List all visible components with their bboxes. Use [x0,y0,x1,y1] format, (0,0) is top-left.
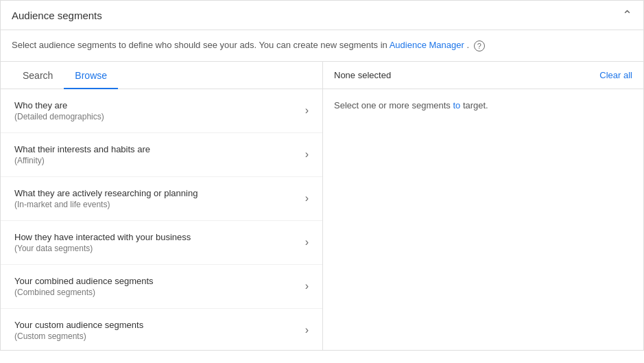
category-name-researching: What they are actively researching or pl… [14,188,198,198]
category-name-interests: What their interests and habits are [14,144,150,154]
tab-browse[interactable]: Browse [64,62,118,89]
none-selected-label: None selected [334,70,391,80]
tabs-bar: Search Browse [1,62,322,89]
right-body: Select one or more segments to target. [323,89,643,350]
chevron-right-icon-4: › [305,280,309,292]
chevron-right-icon-1: › [305,148,309,161]
description-bar: Select audience segments to define who s… [1,30,643,62]
right-header: None selected Clear all [323,62,643,89]
category-item-interests[interactable]: What their interests and habits are (Aff… [1,133,322,177]
audience-segments-panel: Audience segments ⌃ Select audience segm… [0,0,644,351]
right-panel: None selected Clear all Select one or mo… [323,62,643,350]
prompt-text-after: target. [460,100,488,110]
chevron-right-icon-5: › [305,324,309,336]
category-name-who: Who they are [14,100,104,110]
chevron-right-icon-3: › [305,236,309,248]
description-text-before: Select audience segments to define who s… [12,40,390,50]
panel-title: Audience segments [12,10,102,21]
description-text-after: . [466,40,469,50]
category-item-who[interactable]: Who they are (Detailed demographics) › [1,89,322,133]
category-list: Who they are (Detailed demographics) › W… [1,89,322,350]
category-sub-who: (Detailed demographics) [14,112,104,121]
chevron-right-icon-2: › [305,192,309,204]
category-item-combined[interactable]: Your combined audience segments (Combine… [1,265,322,309]
chevron-right-icon-0: › [305,104,309,117]
category-sub-interacted: (Your data segments) [14,244,191,253]
left-panel: Search Browse Who they are (Detailed dem… [1,62,323,350]
category-item-interacted[interactable]: How they have interacted with your busin… [1,221,322,265]
help-icon[interactable]: ? [474,40,485,51]
category-name-custom: Your custom audience segments [14,320,143,330]
category-name-combined: Your combined audience segments [14,276,154,286]
prompt-highlight: to [453,100,460,110]
category-sub-researching: (In-market and life events) [14,200,198,209]
category-sub-interests: (Affinity) [14,156,150,165]
collapse-icon[interactable]: ⌃ [622,8,632,23]
tab-search[interactable]: Search [12,62,64,89]
category-sub-custom: (Custom segments) [14,331,143,341]
clear-all-button[interactable]: Clear all [599,70,632,80]
audience-manager-link[interactable]: Audience Manager [390,40,464,50]
category-sub-combined: (Combined segments) [14,288,154,297]
category-item-researching[interactable]: What they are actively researching or pl… [1,177,322,221]
main-content: Search Browse Who they are (Detailed dem… [1,62,643,350]
category-item-custom[interactable]: Your custom audience segments (Custom se… [1,309,322,350]
select-prompt: Select one or more segments to target. [334,100,488,110]
category-name-interacted: How they have interacted with your busin… [14,232,191,242]
prompt-text-before: Select one or more segments [334,100,453,110]
panel-header: Audience segments ⌃ [1,1,643,30]
